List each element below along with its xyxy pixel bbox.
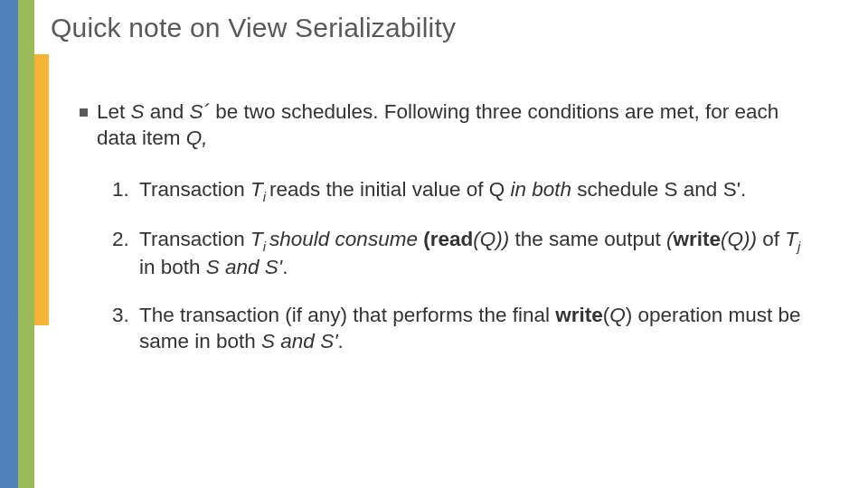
condition-3: 3. The transaction (if any) that perform… <box>112 303 821 355</box>
intro-bullet: Let S and S´ be two schedules. Following… <box>80 99 821 152</box>
accent-bar-gold <box>34 54 49 325</box>
accent-sidebar <box>0 0 49 488</box>
condition-3-text: The transaction (if any) that performs t… <box>139 303 821 355</box>
intro-text: Let S and S´ be two schedules. Following… <box>97 99 821 152</box>
accent-bar-green <box>18 0 34 488</box>
bullet-square-icon <box>80 108 88 117</box>
slide-content: Let S and S´ be two schedules. Following… <box>80 99 821 376</box>
condition-1: 1. Transaction Ti reads the initial valu… <box>112 177 821 205</box>
conditions-list: 1. Transaction Ti reads the initial valu… <box>112 177 821 355</box>
condition-1-text: Transaction Ti reads the initial value o… <box>139 177 821 205</box>
slide-title: Quick note on View Serializability <box>51 13 456 43</box>
accent-bar-blue <box>0 0 18 488</box>
condition-2: 2. Transaction Ti should consume (read(Q… <box>112 227 821 281</box>
condition-2-text: Transaction Ti should consume (read(Q)) … <box>139 227 821 281</box>
